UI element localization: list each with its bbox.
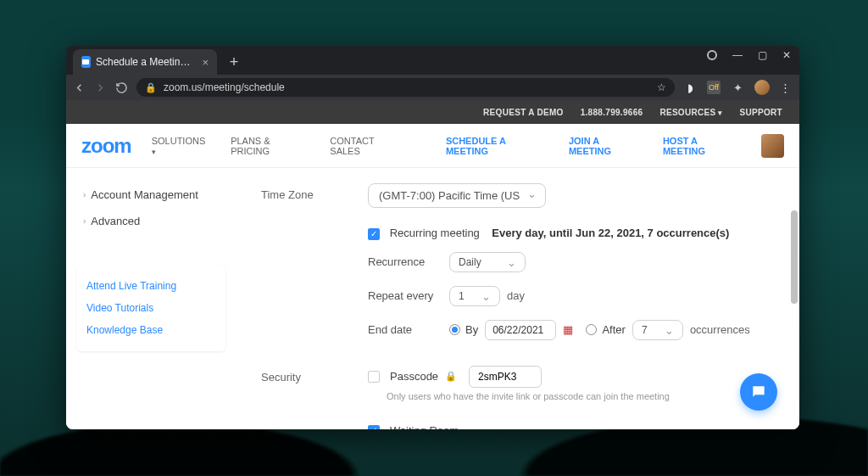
waiting-room-line: Waiting Room [368,424,459,429]
end-date-label: End date [368,323,449,336]
page-scrollbar[interactable] [789,168,799,429]
forward-button[interactable] [94,81,107,94]
occurrences-value: 7 [642,324,648,336]
occurrences-select[interactable]: 7 [632,320,683,340]
browser-toolbar: 🔒 zoom.us/meeting/schedule ☆ ◗ Off ✦ ⋮ [66,75,799,100]
nav-solutions[interactable]: SOLUTIONS [152,136,210,156]
nav-contact[interactable]: CONTACT SALES [330,136,405,156]
close-window-button[interactable]: ✕ [782,49,791,61]
recurring-row: Recurring meeting Every day, until Jun 2… [261,227,774,354]
repeat-unit: day [507,289,525,302]
extension-icon[interactable]: ◗ [683,81,697,94]
extension-tray: ◗ Off ✦ ⋮ [683,80,793,95]
extension-icon[interactable]: Off [707,81,721,94]
timezone-value: (GMT-7:00) Pacific Time (US an [379,189,521,202]
waiting-room-label: Waiting Room [390,424,459,429]
support-link[interactable]: SUPPORT [740,108,782,117]
new-tab-button[interactable]: + [224,52,244,72]
user-avatar[interactable] [761,134,784,158]
security-label: Security [261,366,368,384]
repeat-value: 1 [459,290,465,302]
passcode-help: Only users who have the invite link or p… [387,391,774,401]
window-controls: — ▢ ✕ [707,49,791,61]
zoom-logo[interactable]: zoom [81,134,131,158]
end-by-label: By [465,323,478,336]
end-by-radio[interactable] [449,324,460,335]
lock-icon: 🔒 [445,371,457,382]
help-kb-link[interactable]: Knowledge Base [83,319,219,341]
scrollbar-thumb[interactable] [791,210,798,304]
bookmark-star-icon[interactable]: ☆ [657,81,666,93]
back-button[interactable] [73,81,86,94]
repeat-select[interactable]: 1 [449,286,500,306]
lock-icon: 🔒 [145,82,157,93]
request-demo-link[interactable]: REQUEST A DEMO [483,108,564,117]
repeat-row: Repeat every 1 day [368,286,774,306]
sidebar-item-label: Account Management [91,188,198,201]
timezone-select[interactable]: (GMT-7:00) Pacific Time (US an [368,183,546,208]
settings-sidebar: › Account Management › Advanced Attend L… [66,168,236,429]
browser-window: Schedule a Meeting - Zoom × + — ▢ ✕ 🔒 zo… [66,46,799,429]
recurrence-select[interactable]: Daily [449,252,526,272]
recurring-label: Recurring meeting [390,227,480,239]
sidebar-item-advanced[interactable]: › Advanced [76,210,225,232]
passcode-checkbox[interactable] [368,371,380,383]
schedule-form: Time Zone (GMT-7:00) Pacific Time (US an… [236,168,799,429]
extensions-puzzle-icon[interactable]: ✦ [731,81,744,94]
end-date-input[interactable] [485,320,556,340]
help-tutorials-link[interactable]: Video Tutorials [83,297,219,319]
recurrence-label: Recurrence [368,255,449,268]
calendar-icon[interactable]: ▦ [563,323,573,336]
chat-fab[interactable] [740,373,777,411]
passcode-line: Passcode 🔒 [368,366,542,388]
chat-icon [750,384,767,400]
help-card: Attend Live Training Video Tutorials Kno… [76,265,225,351]
timezone-label: Time Zone [261,183,368,201]
security-row: Security Passcode 🔒 Only users who have … [261,366,774,429]
repeat-label: Repeat every [368,289,449,302]
sidebar-item-label: Advanced [91,215,140,227]
resources-menu[interactable]: RESOURCES [659,108,722,117]
browser-tab[interactable]: Schedule a Meeting - Zoom × [73,49,217,75]
zoom-main-nav: zoom SOLUTIONS PLANS & PRICING CONTACT S… [66,124,799,168]
waiting-room-checkbox[interactable] [368,425,380,429]
nav-host[interactable]: HOST A MEETING [663,136,741,156]
page-viewport: REQUEST A DEMO 1.888.799.9666 RESOURCES … [66,100,799,429]
zoom-utility-bar: REQUEST A DEMO 1.888.799.9666 RESOURCES … [66,100,799,124]
url-text: zoom.us/meeting/schedule [164,81,650,93]
browser-titlebar: Schedule a Meeting - Zoom × + — ▢ ✕ [66,46,799,75]
occurrences-unit: occurrences [690,323,750,336]
nav-join[interactable]: JOIN A MEETING [569,136,643,156]
chevron-right-icon: › [83,216,86,226]
sidebar-item-account[interactable]: › Account Management [76,183,225,206]
address-bar[interactable]: 🔒 zoom.us/meeting/schedule ☆ [136,78,675,97]
browser-menu-icon[interactable]: ⋮ [780,81,793,94]
end-after-radio[interactable] [586,324,597,335]
passcode-label: Passcode [390,370,438,383]
passcode-input[interactable] [469,366,542,388]
zoom-favicon-icon [81,56,91,68]
nav-plans[interactable]: PLANS & PRICING [231,136,309,156]
tab-title: Schedule a Meeting - Zoom [96,56,193,68]
chevron-right-icon: › [83,190,86,199]
timezone-row: Time Zone (GMT-7:00) Pacific Time (US an [261,183,774,208]
end-after-label: After [602,323,625,336]
recurring-summary: Every day, until Jun 22, 2021, 7 occurre… [492,227,729,239]
recurrence-value: Daily [459,256,481,268]
maximize-button[interactable]: ▢ [758,49,767,61]
page-body: › Account Management › Advanced Attend L… [66,168,799,429]
reload-button[interactable] [115,81,128,94]
tab-close-icon[interactable]: × [202,56,209,69]
recurrence-row: Recurrence Daily [368,252,774,272]
end-date-row: End date By ▦ After 7 occurrences [368,320,774,340]
account-indicator-icon[interactable] [707,50,717,60]
recurring-checkbox[interactable] [368,228,380,240]
minimize-button[interactable]: — [732,49,743,61]
help-training-link[interactable]: Attend Live Training [83,275,219,297]
nav-schedule[interactable]: SCHEDULE A MEETING [446,136,548,156]
phone-link[interactable]: 1.888.799.9666 [581,108,643,117]
profile-avatar[interactable] [754,80,770,95]
